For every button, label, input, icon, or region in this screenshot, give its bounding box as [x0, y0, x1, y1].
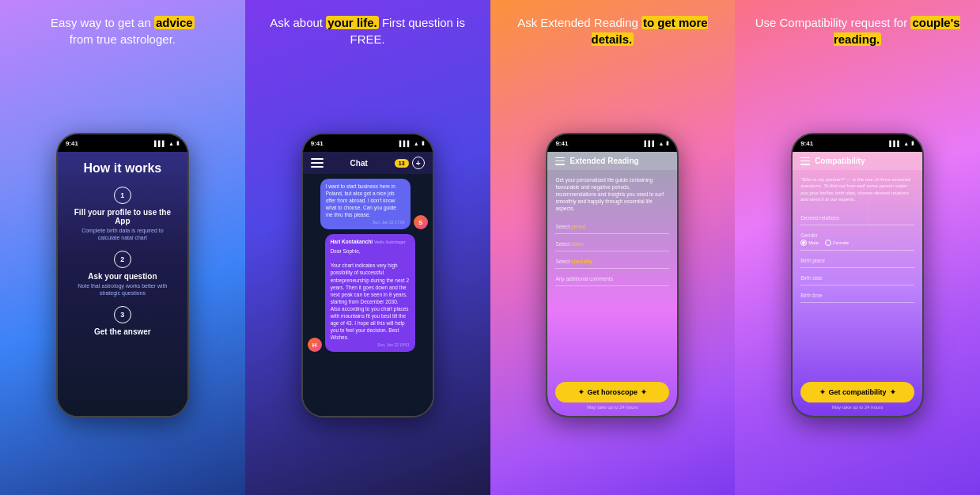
- headline-highlight-2: your life.: [326, 16, 379, 29]
- astro-message-row: H Hari Kontakanchi Vedic Astrologer Dear…: [308, 234, 428, 352]
- star-icon-compat-right: ✦: [890, 388, 896, 396]
- field-speciality[interactable]: Select speciality: [555, 255, 669, 269]
- gender-female-option[interactable]: Female: [825, 240, 849, 246]
- extended-reading-footer: ✦ Get horoscope ✦ May take up to 24 hour…: [547, 376, 677, 416]
- field-birth-time[interactable]: Birth time: [800, 289, 914, 303]
- field-gender: Gender Male Female: [800, 229, 914, 251]
- field-period-label: Select period: [555, 224, 669, 229]
- step-1: 1 Fill your profile to use the App Compl…: [66, 187, 180, 241]
- field-dates-label: Select dates: [555, 241, 669, 247]
- panel-compatibility: Use Compatibility request for couple's r…: [735, 0, 980, 495]
- field-birth-date-label: Birth date: [800, 275, 914, 281]
- wifi-icon: ▲: [168, 141, 174, 146]
- wifi-icon-4: ▲: [903, 141, 909, 146]
- panel-3-headline: Ask Extended Reading to get more details…: [490, 0, 736, 55]
- phone-2-status-icons: ▌▌▌ ▲ ▮: [399, 140, 425, 146]
- extended-reading-body: Get your personalised life guide contain…: [547, 170, 677, 376]
- panel-how-it-works: Easy way to get an advicefrom true astro…: [0, 0, 245, 495]
- battery-icon-4: ▮: [911, 140, 914, 146]
- astro-message-bubble: Hari Kontakanchi Vedic Astrologer Dear S…: [325, 234, 415, 352]
- wifi-icon-3: ▲: [658, 141, 664, 146]
- astro-message-time: Sun, Jan 22 18:51: [331, 342, 410, 348]
- user-message-bubble: I want to start business here in Poland,…: [320, 179, 411, 229]
- field-birth-time-label: Birth time: [800, 293, 914, 298]
- star-icon-right: ✦: [641, 388, 647, 396]
- phone-4-screen: Compatibility "Who is my partner?" — is …: [793, 152, 922, 416]
- phone-4: 9:41 ▌▌▌ ▲ ▮: [791, 133, 924, 418]
- headline-highlight-1: advice: [154, 16, 195, 29]
- headline-highlight-3: to get more details.: [592, 16, 708, 46]
- get-horoscope-button[interactable]: ✦ Get horoscope ✦: [555, 382, 669, 402]
- step-1-title: Fill your profile to use the App: [66, 208, 180, 225]
- user-message-row: I want to start business here in Poland,…: [308, 179, 428, 229]
- field-period[interactable]: Select period: [555, 220, 669, 234]
- phone-3-screen: Extended Reading Get your personalised l…: [547, 152, 677, 416]
- signal-icon-4: ▌▌▌: [889, 141, 901, 146]
- step-3: 3 Get the answer: [94, 306, 151, 338]
- signal-icon-3: ▌▌▌: [645, 141, 656, 146]
- field-dates-highlight: dates: [571, 241, 584, 247]
- field-speciality-label: Select speciality: [555, 259, 669, 264]
- field-comments[interactable]: Any additional comments: [555, 272, 669, 286]
- astro-avatar: H: [308, 338, 322, 352]
- phone-1-status-icons: ▌▌▌ ▲ ▮: [154, 140, 180, 146]
- step-2-circle: 2: [114, 251, 131, 268]
- panel-2-headline: Ask about your life. First question is F…: [245, 0, 490, 55]
- compat-menu-icon[interactable]: [800, 157, 810, 165]
- compatibility-body: "Who is my partner?" — is the one of thr…: [793, 170, 922, 376]
- field-period-highlight: period: [571, 224, 585, 229]
- panel-4-headline: Use Compatibility request for couple's r…: [735, 0, 980, 55]
- extended-menu-icon[interactable]: [555, 157, 565, 165]
- field-birth-place[interactable]: Birth place: [800, 254, 914, 268]
- get-compatibility-button[interactable]: ✦ Get compatibility ✦: [800, 382, 914, 402]
- gender-male-option[interactable]: Male: [800, 240, 819, 246]
- chat-messages: I want to start business here in Poland,…: [303, 174, 433, 416]
- panel-chat: Ask about your life. First question is F…: [245, 0, 490, 495]
- step-1-circle: 1: [114, 187, 131, 204]
- phone-3-status-bar: 9:41 ▌▌▌ ▲ ▮: [547, 134, 677, 152]
- chat-header: Chat 13 +: [303, 152, 433, 174]
- signal-icon-2: ▌▌▌: [399, 141, 411, 146]
- step-3-title: Get the answer: [94, 327, 151, 336]
- wifi-icon-2: ▲: [414, 141, 419, 146]
- gender-male-label: Male: [808, 240, 819, 245]
- gender-male-radio[interactable]: [800, 240, 807, 246]
- step-3-circle: 3: [114, 306, 131, 323]
- extended-reading-desc: Get your personalised life guide contain…: [555, 176, 669, 212]
- phone-1-wrapper: 9:41 ▌▌▌ ▲ ▮ How it works 1 Fill your pr…: [56, 55, 189, 495]
- field-birth-date[interactable]: Birth date: [800, 271, 914, 285]
- battery-icon-2: ▮: [422, 140, 425, 146]
- phone-2-screen: Chat 13 + I want to start business here …: [303, 152, 433, 416]
- field-comments-label: Any additional comments: [555, 276, 669, 282]
- phone-4-status-bar: 9:41 ▌▌▌ ▲ ▮: [793, 134, 922, 152]
- step-2: 2 Ask your question Note that astrology …: [75, 251, 170, 297]
- field-desired-relations[interactable]: Desired relations: [800, 211, 914, 225]
- astro-name: Hari Kontakanchi Vedic Astrologer: [331, 238, 410, 246]
- phone-1-status-bar: 9:41 ▌▌▌ ▲ ▮: [58, 134, 187, 152]
- step-1-subtitle: Complete birth data is required to calcu…: [75, 227, 170, 241]
- user-avatar: S: [414, 215, 428, 229]
- gender-radio-group: Male Female: [800, 240, 914, 246]
- phone-4-time: 9:41: [800, 140, 813, 147]
- horoscope-time-note: May take up to 24 hours: [587, 405, 638, 410]
- star-icon-left: ✦: [578, 388, 585, 396]
- compatibility-quote: "Who is my partner?" — is the one of thr…: [800, 176, 914, 203]
- new-chat-button[interactable]: +: [412, 157, 425, 169]
- compatibility-time-note: May take up to 24 hours: [832, 405, 883, 410]
- menu-icon[interactable]: [311, 158, 324, 168]
- field-birth-place-label: Birth place: [800, 258, 914, 263]
- phone-1-screen: How it works 1 Fill your profile to use …: [58, 152, 187, 416]
- compatibility-footer: ✦ Get compatibility ✦ May take up to 24 …: [793, 376, 922, 416]
- phone-3-time: 9:41: [555, 140, 568, 147]
- chat-badge[interactable]: 13: [395, 159, 409, 168]
- phone-1: 9:41 ▌▌▌ ▲ ▮ How it works 1 Fill your pr…: [56, 133, 189, 418]
- field-gender-label: Gender: [800, 232, 914, 238]
- get-horoscope-label: Get horoscope: [588, 388, 638, 396]
- field-dates[interactable]: Select dates: [555, 237, 669, 251]
- chat-header-icons: 13 +: [395, 157, 425, 169]
- gender-female-radio[interactable]: [825, 240, 831, 246]
- phone-4-wrapper: 9:41 ▌▌▌ ▲ ▮: [791, 55, 924, 495]
- battery-icon: ▮: [176, 140, 180, 146]
- phone-2: 9:41 ▌▌▌ ▲ ▮ Chat 13 +: [301, 133, 434, 418]
- panel-1-headline: Easy way to get an advicefrom true astro…: [33, 0, 212, 55]
